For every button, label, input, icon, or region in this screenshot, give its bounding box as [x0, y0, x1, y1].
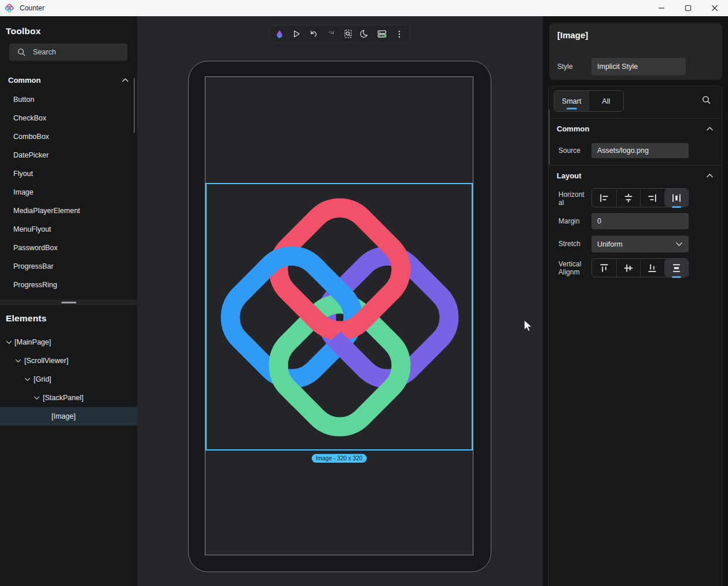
- properties-tabs: Smart All: [554, 90, 624, 112]
- selected-image-element[interactable]: [205, 183, 473, 451]
- redo-button[interactable]: [324, 27, 338, 41]
- valign-center-icon: [623, 262, 634, 274]
- toolbox-section-header[interactable]: Common: [8, 75, 129, 85]
- vertical-alignment-label: Vertical Alignm: [558, 260, 586, 276]
- active-tab-underline: [567, 108, 577, 110]
- toolbox-search-input[interactable]: Search: [9, 43, 127, 61]
- element-picker-icon: [343, 29, 353, 39]
- maximize-icon: [685, 5, 692, 12]
- selection-header-card: [Image] Style Implicit Style: [549, 23, 722, 80]
- halign-right-button[interactable]: [640, 189, 664, 207]
- form-validation-icon: [377, 29, 387, 39]
- toolbox-item-mediaplayerelement[interactable]: MediaPlayerElement: [0, 202, 134, 220]
- valign-top-button[interactable]: [592, 259, 616, 277]
- halign-left-button[interactable]: [592, 189, 616, 207]
- layout-section-header[interactable]: Layout: [557, 170, 714, 181]
- toolbox-item-combobox[interactable]: ComboBox: [0, 127, 134, 146]
- chevron-up-icon: [122, 78, 129, 83]
- selected-element-title: [Image]: [557, 30, 588, 40]
- valign-stretch-button[interactable]: [664, 259, 689, 277]
- tree-item-mainpage[interactable]: [MainPage]: [0, 333, 137, 351]
- valign-bottom-icon: [646, 262, 658, 274]
- halign-center-button[interactable]: [616, 189, 641, 207]
- theme-moon-icon: [360, 29, 370, 39]
- page-surface[interactable]: Image - 320 x 320: [205, 76, 473, 555]
- tree-item-scrollviewer[interactable]: [ScrollViewer]: [0, 351, 137, 370]
- undo-icon: [309, 29, 319, 39]
- properties-panel: [Image] Style Implicit Style Smart All C…: [543, 16, 728, 586]
- chevron-up-icon: [706, 173, 714, 178]
- stretch-label: Stretch: [558, 240, 580, 248]
- chevron-down-icon: [24, 377, 31, 382]
- maximize-button[interactable]: [675, 0, 701, 16]
- more-options-button[interactable]: [392, 27, 406, 41]
- close-icon: [711, 5, 718, 12]
- halign-left-icon: [598, 192, 610, 204]
- toolbox-scrollbar[interactable]: [134, 78, 135, 133]
- style-input[interactable]: Implicit Style: [591, 58, 686, 75]
- tab-smart[interactable]: Smart: [554, 91, 589, 111]
- splitter-handle: [61, 302, 76, 303]
- selected-option-underline: [672, 276, 681, 279]
- horizontal-alignment-label: Horizontal: [558, 191, 586, 207]
- toolbox-item-progressbar[interactable]: ProgressBar: [0, 257, 134, 276]
- selected-option-underline: [672, 206, 681, 208]
- tree-item-grid[interactable]: [Grid]: [0, 370, 137, 389]
- toolbox-list: Button CheckBox ComboBox DatePicker Flyo…: [0, 90, 134, 294]
- toolbox-title: Toolbox: [6, 26, 41, 36]
- tree-item-stackpanel[interactable]: [StackPanel]: [0, 389, 137, 407]
- source-label: Source: [558, 146, 580, 155]
- redo-icon: [326, 29, 336, 39]
- close-button[interactable]: [701, 0, 728, 16]
- minimize-button[interactable]: [648, 0, 675, 16]
- toolbox-item-datepicker[interactable]: DatePicker: [0, 146, 134, 164]
- common-section-header[interactable]: Common: [557, 123, 714, 134]
- left-panel: Toolbox Search Common Button CheckBox Co…: [0, 16, 137, 586]
- valign-center-button[interactable]: [616, 259, 641, 277]
- selection-size-badge: Image - 320 x 320: [312, 454, 367, 463]
- chevron-down-icon: [34, 395, 40, 400]
- form-validation-button[interactable]: [375, 27, 389, 41]
- play-button[interactable]: [290, 27, 304, 41]
- tab-all[interactable]: All: [589, 91, 624, 111]
- undo-button[interactable]: [307, 27, 321, 41]
- source-input[interactable]: Assets/logo.png: [591, 143, 689, 158]
- canvas-toolbar: [269, 25, 410, 43]
- search-icon: [701, 95, 711, 105]
- toolbox-item-progressring[interactable]: ProgressRing: [0, 276, 134, 294]
- toolbox-item-passwordbox[interactable]: PasswordBox: [0, 239, 134, 257]
- properties-card: Smart All Common Source Assets/logo.png: [548, 86, 722, 586]
- design-canvas[interactable]: Image - 320 x 320: [137, 16, 543, 586]
- toolbox-item-button[interactable]: Button: [0, 90, 134, 109]
- halign-right-icon: [646, 192, 658, 204]
- tree-item-image-selected[interactable]: [Image]: [0, 407, 137, 426]
- hot-reload-button[interactable]: [273, 27, 286, 41]
- toolbox-item-flyout[interactable]: Flyout: [0, 164, 134, 183]
- valign-stretch-icon: [671, 262, 682, 274]
- chevron-down-icon: [6, 340, 12, 345]
- properties-search-button[interactable]: [701, 95, 711, 107]
- window-title: Counter: [20, 4, 45, 12]
- stretch-select[interactable]: Uniform: [591, 236, 689, 252]
- element-picker-button[interactable]: [341, 27, 355, 41]
- divider: [549, 118, 721, 119]
- vertical-alignment-group: [591, 258, 689, 277]
- valign-bottom-button[interactable]: [640, 259, 664, 277]
- hot-reload-flame-icon: [274, 29, 285, 39]
- app-window: Counter Toolbox Search Common Button: [0, 0, 728, 586]
- toolbox-item-checkbox[interactable]: CheckBox: [0, 109, 134, 127]
- toolbox-item-image[interactable]: Image: [0, 183, 134, 202]
- halign-stretch-button[interactable]: [664, 189, 689, 207]
- theme-toggle-button[interactable]: [358, 27, 372, 41]
- chevron-down-icon: [15, 358, 21, 363]
- elements-panel: Elements [MainPage] [ScrollViewer] [Grid…: [0, 305, 137, 586]
- divider: [549, 165, 721, 166]
- mouse-cursor: [523, 320, 534, 332]
- margin-input[interactable]: 0: [591, 213, 689, 229]
- elements-title: Elements: [6, 313, 47, 324]
- search-placeholder: Search: [33, 48, 56, 56]
- valign-top-icon: [598, 262, 610, 274]
- panel-splitter[interactable]: [0, 299, 137, 305]
- toolbox-item-menuflyout[interactable]: MenuFlyout: [0, 220, 134, 239]
- halign-stretch-icon: [671, 192, 682, 204]
